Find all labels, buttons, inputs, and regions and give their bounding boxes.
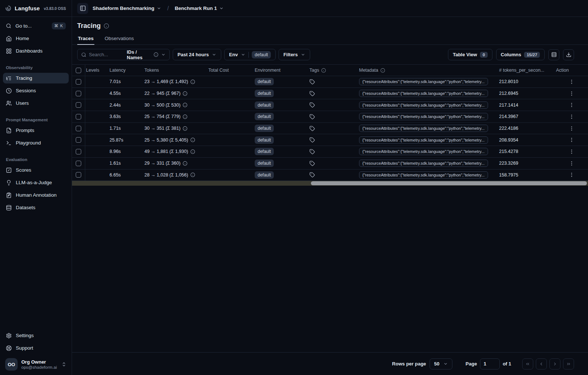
export-button[interactable] <box>563 49 574 60</box>
page-number-input[interactable] <box>484 361 496 367</box>
metadata-pill[interactable]: {"resourceAttributes":{"telemetry.sdk.la… <box>359 101 488 109</box>
tag-icon[interactable] <box>309 137 315 143</box>
rows-per-page-select[interactable]: 50 <box>430 358 452 369</box>
sidebar-item-support[interactable]: Support <box>3 343 69 353</box>
table-row[interactable]: 6.65s 28 → 1,028 (Σ 1,056) default {"res… <box>72 169 588 181</box>
chevron-left-icon <box>539 361 544 367</box>
more-vertical-icon[interactable] <box>569 126 574 131</box>
filters-button[interactable]: Filters <box>279 49 310 60</box>
layout-grid-icon <box>6 48 12 54</box>
breadcrumb-project[interactable]: Benchmark Run 1 <box>174 4 225 12</box>
table-row[interactable]: 1.71s 30 → 351 (Σ 381) default {"resourc… <box>72 123 588 135</box>
avatar: OO <box>5 358 18 371</box>
more-vertical-icon[interactable] <box>569 102 574 108</box>
header-levels: Levels <box>85 68 109 73</box>
sidebar-item-label: Dashboards <box>16 48 43 54</box>
tag-icon[interactable] <box>309 114 315 119</box>
sidebar-item-dashboards[interactable]: Dashboards <box>3 46 69 56</box>
table-row[interactable]: 2.44s 30 → 500 (Σ 530) default {"resourc… <box>72 99 588 111</box>
scrollbar-thumb[interactable] <box>311 181 587 185</box>
tag-icon[interactable] <box>309 91 315 96</box>
latency-cell: 1.61s <box>109 161 144 166</box>
sidebar-toggle-button[interactable] <box>77 3 88 14</box>
sidebar-item-scores[interactable]: Scores <box>3 165 69 175</box>
sidebar-item-users[interactable]: Users <box>3 98 69 108</box>
more-vertical-icon[interactable] <box>569 79 574 85</box>
sidebar-item-home[interactable]: Home <box>3 33 69 44</box>
row-checkbox[interactable] <box>76 137 81 143</box>
tags-cell <box>309 161 358 166</box>
metadata-pill[interactable]: {"resourceAttributes":{"telemetry.sdk.la… <box>359 148 488 155</box>
last-page-button[interactable] <box>563 358 574 369</box>
tab-traces[interactable]: Traces <box>77 33 94 44</box>
table-row[interactable]: 1.61s 29 → 331 (Σ 360) default {"resourc… <box>72 158 588 169</box>
time-range-filter[interactable]: Past 24 hours <box>173 49 221 60</box>
row-checkbox[interactable] <box>76 126 81 131</box>
metadata-pill[interactable]: {"resourceAttributes":{"telemetry.sdk.la… <box>359 78 488 85</box>
more-vertical-icon[interactable] <box>569 161 574 166</box>
table-row[interactable]: 4.55s 22 → 945 (Σ 967) default {"resourc… <box>72 88 588 100</box>
more-vertical-icon[interactable] <box>569 114 574 119</box>
action-cell <box>555 137 588 143</box>
env-label: Env <box>229 52 238 57</box>
metadata-pill[interactable]: {"resourceAttributes":{"telemetry.sdk.la… <box>359 113 488 120</box>
tab-observations[interactable]: Observations <box>104 33 135 44</box>
sidebar-item-llm-as-a-judge[interactable]: LLM-as-a-Judge <box>3 177 69 188</box>
horizontal-scrollbar[interactable] <box>72 181 588 186</box>
tag-icon[interactable] <box>309 79 315 85</box>
sidebar-item-sessions[interactable]: Sessions <box>3 85 69 96</box>
row-checkbox[interactable] <box>76 91 81 96</box>
gear-icon <box>6 333 12 339</box>
tag-icon[interactable] <box>309 149 315 154</box>
sidebar-item-datasets[interactable]: Datasets <box>3 202 69 213</box>
row-checkbox[interactable] <box>76 149 81 154</box>
page-number-field <box>480 358 500 369</box>
row-checkbox[interactable] <box>76 102 81 108</box>
sidebar-item-settings[interactable]: Settings <box>3 330 69 341</box>
more-vertical-icon[interactable] <box>569 137 574 143</box>
more-vertical-icon[interactable] <box>569 149 574 154</box>
metadata-pill[interactable]: {"resourceAttributes":{"telemetry.sdk.la… <box>359 125 488 132</box>
row-checkbox[interactable] <box>76 172 81 178</box>
tokens-cell: 25 → 754 (Σ 779) <box>144 114 208 119</box>
row-checkbox[interactable] <box>76 161 81 166</box>
breadcrumb-org[interactable]: Shadeform Benchmarking <box>92 4 162 12</box>
select-all-checkbox[interactable] <box>76 68 81 73</box>
table-view-button[interactable]: Table View 0 <box>448 49 492 60</box>
metadata-pill[interactable]: {"resourceAttributes":{"telemetry.sdk.la… <box>359 90 488 97</box>
table-row[interactable]: 25.87s 25 → 5,380 (Σ 5,405) default {"re… <box>72 134 588 146</box>
search-input[interactable] <box>89 52 124 57</box>
first-page-button[interactable] <box>522 358 533 369</box>
header-tokens: Tokens <box>144 68 208 73</box>
more-vertical-icon[interactable] <box>569 172 574 178</box>
tag-icon[interactable] <box>309 161 315 166</box>
row-checkbox[interactable] <box>76 79 81 85</box>
sidebar-item-prompts[interactable]: Prompts <box>3 125 69 136</box>
row-height-button[interactable] <box>548 49 559 60</box>
user-menu[interactable]: OO Org Owner ops@shadeform.ai <box>3 355 69 371</box>
metadata-pill[interactable]: {"resourceAttributes":{"telemetry.sdk.la… <box>359 171 488 179</box>
env-filter[interactable]: Env default <box>224 49 276 60</box>
sidebar-item-playground[interactable]: Playground <box>3 138 69 148</box>
table-row[interactable]: 7.01s 23 → 1,469 (Σ 1,492) default {"res… <box>72 76 588 88</box>
action-cell <box>555 91 588 96</box>
metadata-pill[interactable]: {"resourceAttributes":{"telemetry.sdk.la… <box>359 136 488 144</box>
previous-page-button[interactable] <box>536 358 547 369</box>
more-vertical-icon[interactable] <box>569 91 574 96</box>
tag-icon[interactable] <box>309 126 315 131</box>
tag-icon[interactable] <box>309 102 315 108</box>
tokens-cell: 49 → 1,881 (Σ 1,930) <box>144 149 208 154</box>
columns-button[interactable]: Columns 15/27 <box>496 49 545 60</box>
table-row[interactable]: 8.96s 49 → 1,881 (Σ 1,930) default {"res… <box>72 146 588 158</box>
metadata-pill[interactable]: {"resourceAttributes":{"telemetry.sdk.la… <box>359 160 488 167</box>
sidebar-item-tracing[interactable]: Tracing <box>3 73 69 83</box>
next-page-button[interactable] <box>549 358 560 369</box>
goto-search[interactable]: Go to... ⌘ K <box>3 21 69 31</box>
sidebar-item-human-annotation[interactable]: Human Annotation <box>3 190 69 200</box>
tags-cell <box>309 79 358 85</box>
search-mode-select[interactable]: IDs / Names <box>127 49 151 60</box>
version-label: v3.83.0 OSS <box>44 6 66 11</box>
row-checkbox[interactable] <box>76 114 81 119</box>
table-row[interactable]: 3.63s 25 → 754 (Σ 779) default {"resourc… <box>72 111 588 123</box>
tag-icon[interactable] <box>309 172 315 178</box>
